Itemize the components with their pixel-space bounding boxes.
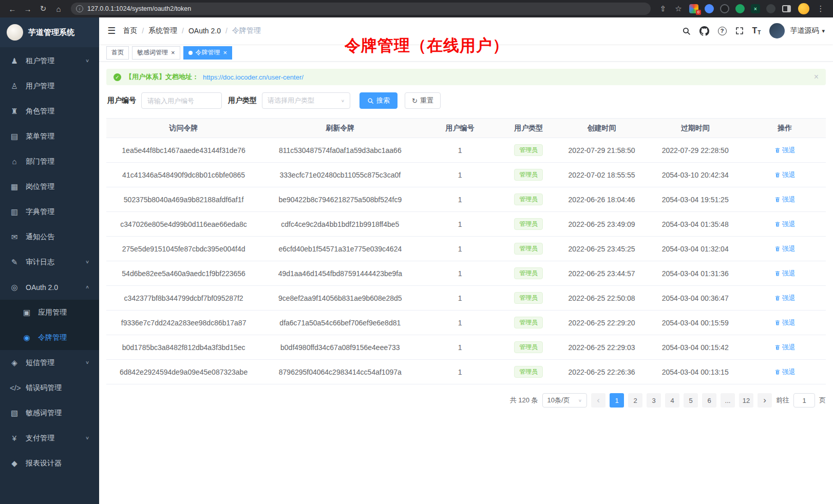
sidebar-item-app[interactable]: ▣应用管理	[0, 300, 99, 325]
sidebar-item-notice[interactable]: ✉通知公告	[0, 224, 99, 249]
pagination-page-1[interactable]: 1	[610, 393, 624, 408]
user-type-cell: 管理员	[501, 237, 557, 261]
sidebar-item-dept[interactable]: ⌂部门管理	[0, 149, 99, 174]
trash-icon	[774, 172, 781, 178]
site-info-icon[interactable]: i	[76, 5, 83, 12]
reload-icon[interactable]: ↻	[36, 2, 50, 16]
top-navbar: ☰ 首页/系统管理/OAuth 2.0/令牌管理 ? TT 芋道源码 ▾	[99, 17, 833, 44]
sidebar-item-role[interactable]: ♜角色管理	[0, 99, 99, 124]
user-name[interactable]: 芋道源码	[790, 26, 819, 35]
navbar-actions: ? TT 芋道源码 ▾	[682, 23, 825, 38]
sidebar-item-dict[interactable]: ▥字典管理	[0, 199, 99, 224]
pagination-page-2[interactable]: 2	[628, 393, 642, 408]
extension-icon[interactable]: ×	[751, 4, 760, 13]
force-logout-button[interactable]: 强退	[774, 195, 796, 204]
tab-item-1[interactable]: 首页	[106, 46, 129, 60]
user-type-badge: 管理员	[514, 317, 543, 328]
forward-icon[interactable]: →	[21, 2, 35, 16]
sidebar-item-errcode[interactable]: </>错误码管理	[0, 375, 99, 400]
home-icon[interactable]: ⌂	[51, 2, 66, 16]
extension-icon[interactable]: 0	[689, 4, 698, 13]
force-logout-button[interactable]: 强退	[774, 220, 796, 229]
browser-profile-avatar[interactable]	[798, 3, 809, 14]
help-icon[interactable]: ?	[718, 27, 727, 35]
split-screen-icon[interactable]	[782, 5, 791, 12]
expire-time-cell: 2022-07-29 22:28:50	[647, 138, 744, 163]
user-type-select[interactable]: 请选择用户类型 ∨	[262, 92, 350, 109]
pagination-next-icon[interactable]: ›	[758, 393, 772, 408]
github-icon[interactable]	[699, 26, 709, 36]
pagination-page-3[interactable]: 3	[647, 393, 661, 408]
pagination-prev-icon[interactable]: ‹	[591, 393, 605, 408]
sidebar-toggle-hamburger-icon[interactable]: ☰	[107, 25, 116, 36]
pagination-page-4[interactable]: 4	[665, 393, 679, 408]
sidebar-item-report[interactable]: ◆报表设计器	[0, 451, 99, 476]
table-row: c342377bf8b344799dcbf7bf095287f2 9ce8ef2…	[106, 286, 826, 311]
alert-close-icon[interactable]: ×	[814, 72, 819, 82]
sidebar-item-sms[interactable]: ◈短信管理∨	[0, 350, 99, 375]
user-avatar[interactable]	[769, 23, 785, 38]
force-logout-button[interactable]: 强退	[774, 269, 796, 278]
user-id-input[interactable]	[141, 92, 222, 109]
address-bar[interactable]: i 127.0.0.1:1024/system/oauth2/token	[71, 3, 651, 15]
share-icon[interactable]: ⇧	[656, 2, 670, 16]
sidebar-item-post[interactable]: ▦岗位管理	[0, 174, 99, 199]
breadcrumb-item[interactable]: 首页	[123, 26, 137, 35]
force-logout-button[interactable]: 强退	[774, 318, 796, 327]
back-icon[interactable]: ←	[5, 2, 20, 16]
force-logout-button[interactable]: 强退	[774, 170, 796, 180]
force-logout-label: 强退	[782, 367, 796, 377]
sidebar-item-user[interactable]: ♙用户管理	[0, 73, 99, 99]
tab-close-icon[interactable]: ×	[171, 49, 175, 56]
force-logout-label: 强退	[782, 318, 796, 327]
trash-icon	[774, 246, 781, 252]
sidebar-item-label: 令牌管理	[38, 333, 89, 342]
page-size-select[interactable]: 10条/页 ∨	[542, 393, 587, 408]
force-logout-button[interactable]: 强退	[774, 343, 796, 352]
pagination-page-5[interactable]: 5	[684, 393, 698, 408]
extension-icon[interactable]	[705, 4, 714, 13]
breadcrumb-item[interactable]: OAuth 2.0	[188, 27, 221, 35]
user-icon: ♙	[10, 82, 19, 91]
extension-icon[interactable]	[735, 4, 745, 13]
pagination-page-6[interactable]: 6	[702, 393, 716, 408]
sidebar-item-audit[interactable]: ✎审计日志∨	[0, 249, 99, 275]
force-logout-label: 强退	[782, 195, 796, 204]
force-logout-button[interactable]: 强退	[774, 367, 796, 377]
force-logout-button[interactable]: 强退	[774, 294, 796, 303]
font-size-icon[interactable]: TT	[752, 26, 761, 35]
report-icon: ◆	[10, 459, 19, 468]
user-caret-down-icon[interactable]: ▾	[822, 28, 825, 34]
action-cell: 强退	[744, 138, 826, 163]
alert-doc-link[interactable]: https://doc.iocoder.cn/user-center/	[203, 73, 304, 81]
sidebar-item-sensitive[interactable]: ▧敏感词管理	[0, 400, 99, 425]
action-cell: 强退	[744, 212, 826, 237]
search-button[interactable]: 搜索	[359, 92, 397, 109]
sidebar-item-token[interactable]: ◉令牌管理	[0, 325, 99, 350]
tab-item-3[interactable]: 令牌管理×	[183, 46, 233, 60]
pagination-more[interactable]: ...	[721, 393, 735, 408]
sidebar-item-label: 岗位管理	[26, 182, 89, 191]
force-logout-button[interactable]: 强退	[774, 146, 796, 155]
browser-menu-kebab-icon[interactable]: ⋮	[813, 2, 828, 16]
pagination-goto-input[interactable]	[793, 393, 815, 408]
fullscreen-icon[interactable]	[735, 27, 744, 35]
extension-icon[interactable]	[720, 4, 729, 13]
refresh-token-cell: be90422b8c7946218275a508bf524fc9	[261, 187, 419, 212]
search-icon[interactable]	[682, 27, 691, 35]
force-logout-label: 强退	[782, 220, 796, 229]
bookmark-star-icon[interactable]: ☆	[671, 2, 686, 16]
sidebar-item-payment[interactable]: ¥支付管理∨	[0, 425, 99, 451]
app-logo[interactable]: 芋道管理系统	[0, 17, 99, 47]
extension-icon[interactable]	[766, 4, 775, 13]
oauth-icon: ◎	[10, 283, 19, 292]
tab-close-icon[interactable]: ×	[223, 49, 228, 56]
pagination-page-12[interactable]: 12	[739, 393, 753, 408]
reset-button[interactable]: ↻ 重置	[405, 92, 441, 109]
tab-item-2[interactable]: 敏感词管理×	[132, 46, 180, 60]
force-logout-button[interactable]: 强退	[774, 244, 796, 254]
sidebar-item-tenant[interactable]: ♟租户管理∨	[0, 48, 99, 73]
breadcrumb-item[interactable]: 系统管理	[148, 26, 177, 35]
sidebar-item-oauth[interactable]: ◎OAuth 2.0∧	[0, 275, 99, 300]
sidebar-item-menu[interactable]: ▤菜单管理	[0, 124, 99, 149]
